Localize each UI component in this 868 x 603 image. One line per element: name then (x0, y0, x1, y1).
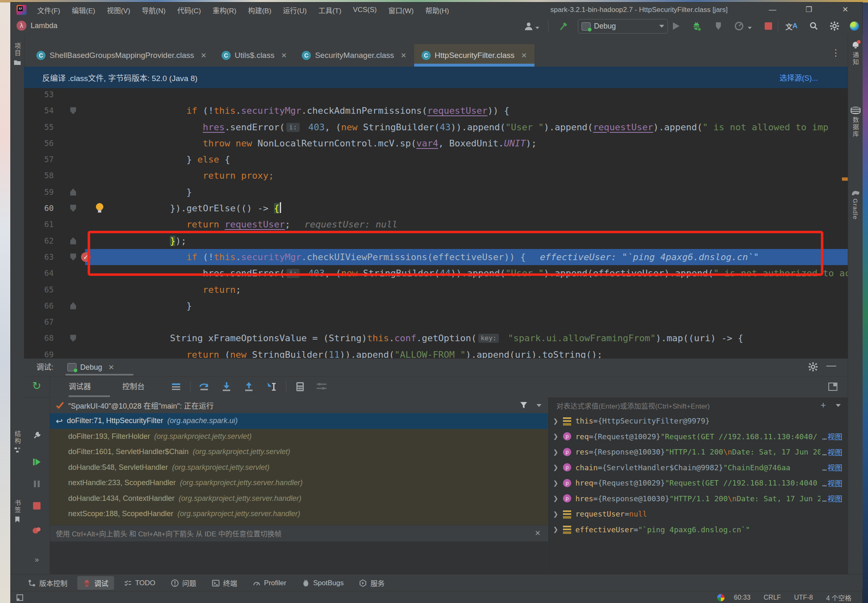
fold-marker-icon[interactable] (70, 335, 76, 342)
code-editor[interactable]: 5354if (!this.securityMgr.checkAdminPerm… (24, 67, 848, 358)
editor-tab[interactable]: CShellBasedGroupsMappingProvider.class✕ (29, 44, 214, 67)
view-breakpoints-icon[interactable] (30, 524, 43, 537)
indent-style[interactable]: 4 个空格 (820, 593, 858, 603)
caret-position[interactable]: 60:33 (727, 594, 757, 601)
debug-button[interactable] (690, 20, 703, 32)
tool-window-button-services[interactable]: 服务 (353, 576, 390, 590)
tool-window-button-profiler[interactable]: Profiler (247, 576, 292, 590)
view-link[interactable]: 视图 (827, 449, 842, 457)
step-into-icon[interactable] (220, 380, 233, 393)
code-line[interactable]: 54if (!this.securityMgr.checkAdminPermis… (24, 103, 848, 119)
tab-close-icon[interactable]: ✕ (201, 51, 207, 60)
tool-window-button-version-control[interactable]: 版本控制 (22, 576, 73, 590)
variable-row[interactable]: ❯phreq = {Request@10029} "Request(GET //… (549, 475, 848, 491)
editor-tab[interactable]: CSecurityManager.class✕ (294, 44, 414, 67)
thread-row[interactable]: "SparkUI-40"@10,028 在组"main": 正在运行 (50, 397, 548, 413)
sidebar-item-gradle[interactable]: Gradle (848, 189, 863, 220)
tab-console[interactable]: 控制台 (122, 376, 145, 397)
run-to-cursor-icon[interactable] (265, 380, 279, 393)
add-watch-icon[interactable]: + (820, 400, 826, 411)
user-account-icon[interactable] (522, 20, 535, 32)
step-out-icon[interactable] (242, 380, 255, 393)
coverage-icon[interactable] (712, 20, 725, 32)
layout-lines-icon[interactable] (169, 380, 183, 393)
frame-row[interactable]: nextScope:188, ScopedHandler (org.sparkp… (50, 506, 548, 522)
tab-close-icon[interactable]: ✕ (281, 51, 287, 60)
tool-window-button-debug[interactable]: 调试 (77, 576, 114, 590)
filter-funnel-icon[interactable] (520, 402, 527, 409)
step-over-icon[interactable] (198, 380, 211, 393)
menu-item[interactable]: 运行(U) (278, 3, 312, 17)
fold-marker-icon[interactable] (70, 205, 76, 212)
tool-window-button-todo[interactable]: TODO (118, 576, 161, 590)
expand-chevron-icon[interactable]: ❯ (553, 448, 562, 456)
code-line[interactable]: 61return requestUser;requestUser: null (24, 216, 848, 232)
debug-settings-gear-icon[interactable] (808, 362, 818, 373)
code-line[interactable]: 69return (new StringBuilder(11)).append(… (24, 347, 848, 358)
code-line[interactable]: 60}).getOrElse(() -> { (24, 200, 848, 216)
code-line[interactable]: 67 (24, 314, 848, 330)
variable-row[interactable]: ❯this = {HttpSecurityFilter@9979} (549, 413, 848, 429)
expand-chevron-icon[interactable]: ❯ (553, 495, 562, 502)
sidebar-item-bookmarks[interactable]: 书签 (11, 500, 24, 523)
variable-row[interactable]: ❯pres = {Response@10030} "HTTP/1.1 200 \… (549, 444, 848, 460)
layout-settings-icon[interactable] (826, 380, 839, 393)
tab-close-icon[interactable]: ✕ (521, 51, 527, 60)
search-icon[interactable] (808, 20, 820, 32)
menu-item[interactable]: 文件(F) (32, 3, 65, 17)
project-name[interactable]: Lambda (31, 17, 57, 34)
tool-window-button-spotbugs[interactable]: SpotBugs (296, 576, 350, 590)
tool-window-button-problems[interactable]: 问题 (165, 576, 202, 590)
fold-marker-icon[interactable] (70, 189, 76, 196)
menu-item[interactable]: 帮助(H) (420, 3, 454, 17)
hide-panel-icon[interactable]: — (826, 359, 836, 371)
expand-chevron-icon[interactable]: ❯ (553, 417, 562, 425)
maximize-button[interactable]: ❐ (795, 2, 823, 17)
evaluate-expression-icon[interactable] (293, 380, 307, 393)
code-line[interactable]: 58return proxy; (24, 168, 848, 184)
view-link[interactable]: 视图 (827, 495, 842, 503)
view-link[interactable]: 视图 (827, 433, 842, 441)
rerun-icon[interactable]: ↻ (30, 379, 43, 392)
fold-marker-icon[interactable] (70, 107, 76, 114)
menu-item[interactable]: 工具(T) (313, 3, 346, 17)
menu-item[interactable]: 重构(R) (207, 3, 241, 17)
sidebar-item-structure[interactable]: 结构 (11, 431, 24, 453)
view-link[interactable]: 视图 (827, 480, 842, 488)
expand-chevron-icon[interactable]: ❯ (553, 433, 562, 440)
file-encoding[interactable]: UTF-8 (787, 594, 819, 601)
sidebar-item-project[interactable]: 项目 (11, 43, 24, 66)
menu-item[interactable]: 构建(B) (243, 3, 277, 17)
settings-gear-icon[interactable] (828, 20, 841, 32)
expand-chevron-icon[interactable]: ❯ (553, 510, 562, 518)
expand-chevron-icon[interactable]: ❯ (553, 526, 562, 533)
intention-bulb-icon[interactable] (96, 203, 103, 211)
frame-row[interactable]: doFilter:1601, ServletHandler$Chain (org… (50, 444, 548, 460)
variable-row[interactable]: ❯effectiveUser = "`ping 4paxg6.dnslog.cn… (549, 522, 848, 538)
tool-window-button-terminal[interactable]: 终端 (206, 576, 243, 590)
profiler-dropdown-icon[interactable] (747, 26, 752, 29)
pause-icon[interactable] (30, 477, 43, 491)
browser-sync-icon[interactable] (717, 594, 725, 601)
translate-icon[interactable]: 文A (785, 20, 798, 32)
sidebar-item-database[interactable]: 数据库 (848, 107, 863, 138)
variable-row[interactable]: ❯pchain = {ServletHandler$Chain@9982} "C… (549, 460, 848, 476)
menu-item[interactable]: 代码(C) (172, 3, 206, 17)
code-line[interactable]: 59} (24, 184, 848, 200)
profiler-icon[interactable] (733, 20, 745, 32)
code-line[interactable]: 68String xFrameOptionsValue = (String)th… (24, 330, 848, 346)
run-button[interactable] (670, 20, 682, 32)
watch-input-row[interactable]: 对表达式求值(Enter)或添加监视(Ctrl+Shift+Enter) + (549, 397, 848, 413)
frame-row[interactable]: doHandle:1434, ContextHandler (org.spark… (50, 491, 548, 507)
view-link[interactable]: 视图 (827, 464, 842, 472)
code-line[interactable]: 57} else { (24, 151, 848, 168)
expand-chevron-icon[interactable]: ❯ (553, 464, 562, 471)
variable-row[interactable]: ❯phres = {Response@10030} "HTTP/1.1 200 … (549, 491, 848, 507)
frame-row[interactable]: ↩doFilter:71, HttpSecurityFilter (org.ap… (50, 413, 548, 429)
fold-marker-icon[interactable] (70, 302, 76, 309)
more-actions-chevron[interactable]: » (30, 553, 43, 566)
menu-item[interactable]: 视图(V) (102, 3, 135, 17)
watch-dropdown-icon[interactable] (836, 404, 841, 407)
tab-close-icon[interactable]: ✕ (401, 51, 406, 60)
menu-item[interactable]: 编辑(E) (67, 3, 100, 17)
